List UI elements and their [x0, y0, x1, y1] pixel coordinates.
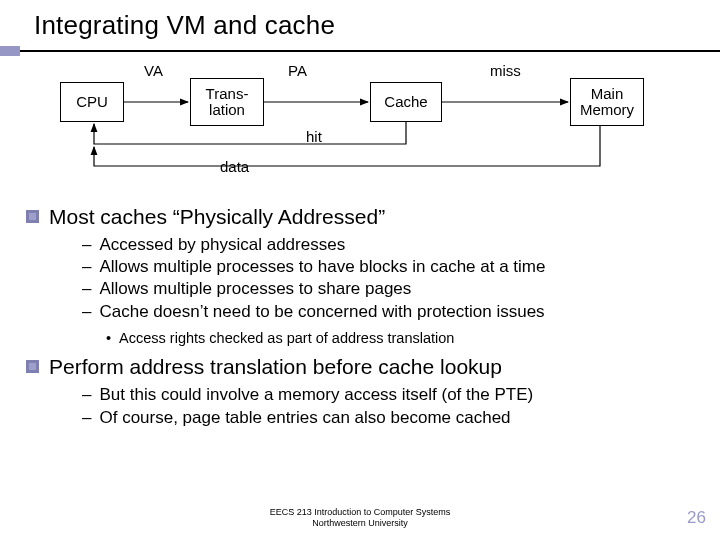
- decor-stub: [0, 46, 20, 56]
- sub-bullet: –Allows multiple processes to share page…: [82, 278, 700, 300]
- translation-box: Trans-lation: [190, 78, 264, 126]
- sub-bullet: –Allows multiple processes to have block…: [82, 256, 700, 278]
- cache-box: Cache: [370, 82, 442, 122]
- sub-bullet: –But this could involve a memory access …: [82, 384, 700, 406]
- sub-bullet: –Cache doesn’t need to be concerned with…: [82, 301, 700, 323]
- main-memory-box: MainMemory: [570, 78, 644, 126]
- title-underline: [20, 50, 720, 52]
- subsub-bullet: •Access rights checked as part of addres…: [106, 329, 700, 349]
- label-pa: PA: [288, 62, 307, 79]
- bullet-icon: [26, 210, 39, 223]
- bullet-1: Most caches “Physically Addressed”: [49, 204, 385, 230]
- sub-bullet: –Of course, page table entries can also …: [82, 407, 700, 429]
- footer-line-1: EECS 213 Introduction to Computer System…: [0, 507, 720, 517]
- bullet-icon: [26, 360, 39, 373]
- label-data: data: [220, 158, 249, 175]
- content-area: Most caches “Physically Addressed” –Acce…: [26, 202, 700, 435]
- footer: EECS 213 Introduction to Computer System…: [0, 507, 720, 528]
- label-hit: hit: [306, 128, 322, 145]
- sub-bullet: –Accessed by physical addresses: [82, 234, 700, 256]
- page-number: 26: [687, 508, 706, 528]
- label-miss: miss: [490, 62, 521, 79]
- label-va: VA: [144, 62, 163, 79]
- footer-line-2: Northwestern University: [0, 518, 720, 528]
- cpu-box: CPU: [60, 82, 124, 122]
- bullet-2: Perform address translation before cache…: [49, 354, 502, 380]
- page-title: Integrating VM and cache: [34, 10, 720, 41]
- diagram: CPU Trans-lation Cache MainMemory VA PA …: [60, 64, 660, 184]
